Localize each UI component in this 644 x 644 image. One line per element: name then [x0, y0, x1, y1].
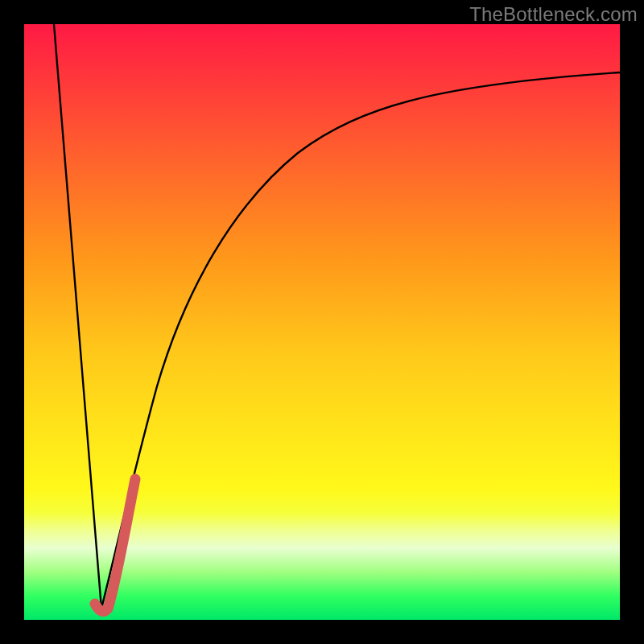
curve-left-descent — [54, 24, 101, 609]
curve-right-asymptote — [101, 72, 620, 609]
chart-frame: TheBottleneck.com — [0, 0, 644, 644]
curve-pink-accent — [95, 479, 135, 611]
chart-curves — [24, 24, 620, 620]
watermark-text: TheBottleneck.com — [469, 3, 638, 26]
